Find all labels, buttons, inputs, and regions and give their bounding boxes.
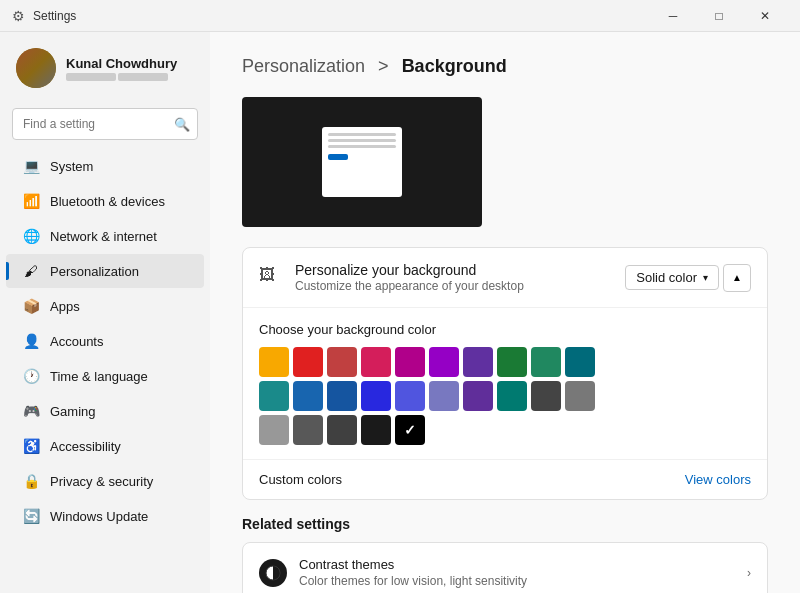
color-swatch-17[interactable] [497, 381, 527, 411]
system-icon: 💻 [22, 157, 40, 175]
sidebar-item-bluetooth[interactable]: 📶Bluetooth & devices [6, 184, 204, 218]
desktop-preview [242, 97, 482, 227]
sidebar-item-update[interactable]: 🔄Windows Update [6, 499, 204, 533]
breadcrumb: Personalization > Background [242, 56, 768, 77]
color-swatch-7[interactable] [497, 347, 527, 377]
sidebar-item-privacy[interactable]: 🔒Privacy & security [6, 464, 204, 498]
time-icon: 🕐 [22, 367, 40, 385]
color-swatch-16[interactable] [463, 381, 493, 411]
sidebar-item-label: Network & internet [50, 229, 157, 244]
related-item-contrast[interactable]: Contrast themes Color themes for low vis… [242, 542, 768, 593]
sidebar-item-label: Apps [50, 299, 80, 314]
titlebar: ⚙ Settings ─ □ ✕ [0, 0, 800, 32]
color-swatch-23[interactable] [361, 415, 391, 445]
avatar-image [16, 48, 56, 88]
card-header: 🖼 Personalize your background Customize … [243, 248, 767, 308]
collapse-button[interactable]: ▲ [723, 264, 751, 292]
color-swatch-11[interactable] [293, 381, 323, 411]
card-header-text: Personalize your background Customize th… [295, 262, 625, 293]
sidebar-item-gaming[interactable]: 🎮Gaming [6, 394, 204, 428]
privacy-icon: 🔒 [22, 472, 40, 490]
sidebar-item-network[interactable]: 🌐Network & internet [6, 219, 204, 253]
sidebar-item-label: System [50, 159, 93, 174]
related-item-title: Contrast themes [299, 557, 747, 572]
titlebar-title: Settings [33, 9, 650, 23]
background-type-dropdown[interactable]: Solid color ▾ [625, 265, 719, 290]
update-icon: 🔄 [22, 507, 40, 525]
sidebar-item-label: Time & language [50, 369, 148, 384]
color-swatch-18[interactable] [531, 381, 561, 411]
background-icon: 🖼 [259, 266, 283, 290]
background-card: 🖼 Personalize your background Customize … [242, 247, 768, 500]
dropdown-value: Solid color [636, 270, 697, 285]
breadcrumb-current: Background [402, 56, 507, 76]
sidebar-item-label: Accounts [50, 334, 103, 349]
user-profile[interactable]: Kunal Chowdhury [0, 40, 210, 96]
color-swatch-3[interactable] [361, 347, 391, 377]
sidebar: Kunal Chowdhury 🔍 💻System📶Bluetooth & de… [0, 32, 210, 593]
color-swatch-19[interactable] [565, 381, 595, 411]
accessibility-icon: ♿ [22, 437, 40, 455]
user-sub [66, 73, 194, 81]
sidebar-item-label: Accessibility [50, 439, 121, 454]
network-icon: 🌐 [22, 227, 40, 245]
close-button[interactable]: ✕ [742, 0, 788, 32]
sidebar-item-system[interactable]: 💻System [6, 149, 204, 183]
color-swatch-15[interactable] [429, 381, 459, 411]
gaming-icon: 🎮 [22, 402, 40, 420]
preview-line-1 [328, 133, 396, 136]
maximize-button[interactable]: □ [696, 0, 742, 32]
bluetooth-icon: 📶 [22, 192, 40, 210]
color-swatch-14[interactable] [395, 381, 425, 411]
color-swatch-5[interactable] [429, 347, 459, 377]
view-colors-link[interactable]: View colors [685, 472, 751, 487]
color-swatch-20[interactable] [259, 415, 289, 445]
nav-items: 💻System📶Bluetooth & devices🌐Network & in… [0, 148, 210, 534]
color-grid [259, 347, 751, 445]
color-swatch-6[interactable] [463, 347, 493, 377]
user-sub-block-2 [118, 73, 168, 81]
sidebar-item-personalization[interactable]: 🖌Personalization [6, 254, 204, 288]
color-swatch-2[interactable] [327, 347, 357, 377]
accounts-icon: 👤 [22, 332, 40, 350]
sidebar-item-accessibility[interactable]: ♿Accessibility [6, 429, 204, 463]
app-container: Kunal Chowdhury 🔍 💻System📶Bluetooth & de… [0, 32, 800, 593]
color-swatch-0[interactable] [259, 347, 289, 377]
user-info: Kunal Chowdhury [66, 56, 194, 81]
minimize-button[interactable]: ─ [650, 0, 696, 32]
sidebar-item-accounts[interactable]: 👤Accounts [6, 324, 204, 358]
color-swatch-9[interactable] [565, 347, 595, 377]
color-swatch-1[interactable] [293, 347, 323, 377]
custom-colors-link[interactable]: Custom colors [259, 472, 342, 487]
color-swatch-12[interactable] [327, 381, 357, 411]
color-swatch-8[interactable] [531, 347, 561, 377]
color-swatch-4[interactable] [395, 347, 425, 377]
apps-icon: 📦 [22, 297, 40, 315]
related-item-text: Contrast themes Color themes for low vis… [299, 557, 747, 588]
sidebar-item-time[interactable]: 🕐Time & language [6, 359, 204, 393]
color-section-label: Choose your background color [259, 322, 751, 337]
related-items: Contrast themes Color themes for low vis… [242, 542, 768, 593]
contrast-icon [259, 559, 287, 587]
color-section: Choose your background color [243, 308, 767, 459]
sidebar-item-label: Bluetooth & devices [50, 194, 165, 209]
search-input[interactable] [12, 108, 198, 140]
sidebar-item-apps[interactable]: 📦Apps [6, 289, 204, 323]
search-box: 🔍 [12, 108, 198, 140]
color-swatch-10[interactable] [259, 381, 289, 411]
color-swatch-13[interactable] [361, 381, 391, 411]
collapse-icon: ▲ [732, 272, 742, 283]
sidebar-item-label: Gaming [50, 404, 96, 419]
avatar [16, 48, 56, 88]
sidebar-item-label: Privacy & security [50, 474, 153, 489]
card-subtitle: Customize the appearance of your desktop [295, 279, 625, 293]
user-sub-block-1 [66, 73, 116, 81]
color-swatch-21[interactable] [293, 415, 323, 445]
card-title: Personalize your background [295, 262, 625, 278]
main-content: Personalization > Background 🖼 Personali… [210, 32, 800, 593]
color-swatch-24[interactable] [395, 415, 425, 445]
personalization-icon: 🖌 [22, 262, 40, 280]
sidebar-item-label: Personalization [50, 264, 139, 279]
settings-icon: ⚙ [12, 8, 25, 24]
color-swatch-22[interactable] [327, 415, 357, 445]
